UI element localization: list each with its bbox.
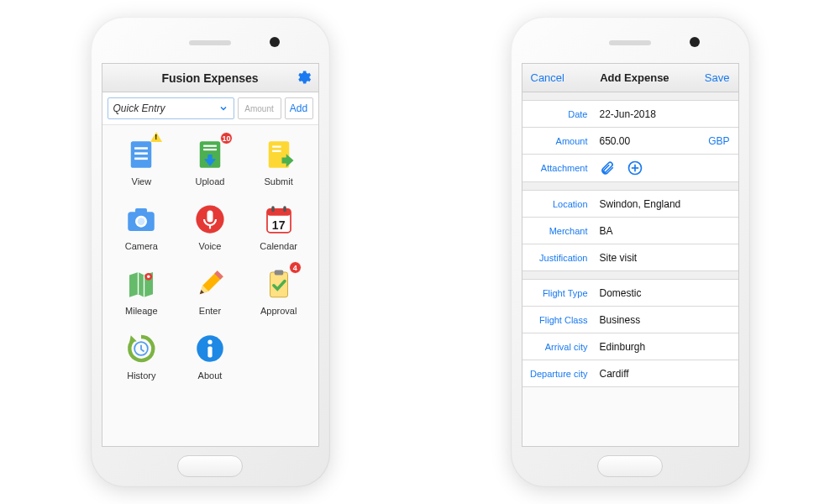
app-enter[interactable]: Enter — [176, 266, 244, 316]
label-date: Date — [522, 109, 595, 119]
label-justification: Justification — [522, 253, 595, 263]
document-icon — [123, 137, 159, 172]
phone-camera-dot — [270, 37, 280, 47]
app-about[interactable]: About — [176, 331, 244, 381]
svg-rect-9 — [272, 150, 281, 152]
phone-home: Fusion Expenses Quick Entry Amount Add — [91, 17, 330, 487]
label-flight-type: Flight Type — [522, 288, 595, 298]
app-label: Voice — [199, 241, 222, 251]
svg-rect-2 — [134, 152, 148, 155]
row-merchant[interactable]: Merchant BA — [522, 218, 738, 244]
svg-rect-6 — [203, 149, 217, 150]
label-arrival: Arrival city — [522, 342, 595, 352]
app-label: About — [198, 370, 223, 381]
app-mileage[interactable]: Mileage — [108, 266, 176, 316]
svg-rect-20 — [283, 206, 286, 212]
submit-icon — [261, 137, 297, 172]
section-gap — [522, 271, 738, 280]
count-badge: 4 — [289, 261, 302, 274]
app-view[interactable]: View — [108, 137, 176, 186]
quick-entry-label: Quick Entry — [113, 102, 165, 114]
quick-entry-select[interactable]: Quick Entry — [108, 97, 234, 119]
svg-rect-11 — [135, 208, 147, 214]
value-flight-class: Business — [595, 309, 738, 331]
svg-rect-5 — [203, 145, 217, 147]
app-calendar[interactable]: 17 Calendar — [244, 202, 313, 251]
row-amount[interactable]: Amount 650.00 GBP — [522, 128, 738, 155]
form-screen: Cancel Add Expense Save Date 22-Jun-2018… — [522, 63, 739, 447]
home-topbar: Fusion Expenses — [102, 64, 318, 92]
value-flight-type: Domestic — [595, 282, 738, 304]
app-label: Mileage — [125, 306, 158, 316]
value-amount: 650.00 — [595, 130, 709, 152]
plus-circle-icon[interactable] — [627, 160, 643, 176]
svg-rect-1 — [134, 147, 148, 150]
svg-point-13 — [138, 218, 145, 225]
home-screen: Fusion Expenses Quick Entry Amount Add — [102, 63, 319, 447]
value-location: Swindon, England — [595, 193, 738, 215]
gear-icon — [295, 69, 312, 86]
app-label: History — [127, 370, 155, 381]
row-justification[interactable]: Justification Site visit — [522, 244, 738, 271]
svg-rect-24 — [274, 270, 283, 275]
app-voice[interactable]: Voice — [176, 202, 244, 251]
app-label: View — [132, 176, 152, 186]
info-icon — [192, 331, 228, 366]
form-title: Add Expense — [600, 71, 669, 84]
pencil-icon — [192, 266, 228, 302]
row-flight-class[interactable]: Flight Class Business — [522, 307, 738, 333]
add-label: Add — [290, 102, 307, 114]
home-grid: View 10 Upload Submit Camera — [102, 125, 318, 387]
label-merchant: Merchant — [522, 226, 595, 236]
chevron-down-icon — [218, 103, 228, 113]
svg-rect-28 — [207, 346, 212, 357]
amount-input[interactable]: Amount — [238, 97, 281, 119]
map-icon — [123, 266, 159, 302]
row-attachment[interactable]: Attachment — [522, 155, 738, 182]
app-label: Enter — [199, 306, 221, 316]
row-departure[interactable]: Departure city Cardiff — [522, 360, 738, 387]
app-submit[interactable]: Submit — [244, 137, 313, 186]
svg-rect-18 — [267, 209, 291, 216]
app-upload[interactable]: 10 Upload — [176, 137, 244, 186]
label-amount: Amount — [522, 136, 595, 146]
app-history[interactable]: History — [108, 331, 176, 381]
label-location: Location — [522, 199, 595, 209]
label-attachment: Attachment — [522, 163, 595, 173]
app-camera[interactable]: Camera — [108, 202, 176, 251]
currency-button[interactable]: GBP — [708, 135, 738, 147]
svg-point-22 — [147, 276, 150, 279]
phone-home-button[interactable] — [177, 455, 243, 477]
svg-rect-3 — [134, 158, 148, 160]
app-title: Fusion Expenses — [161, 71, 258, 85]
row-arrival[interactable]: Arrival city Edinburgh — [522, 333, 738, 360]
camera-icon — [123, 202, 159, 237]
svg-rect-8 — [272, 146, 281, 148]
label-departure: Departure city — [522, 369, 595, 379]
value-justification: Site visit — [595, 247, 738, 269]
row-location[interactable]: Location Swindon, England — [522, 191, 738, 218]
paperclip-icon[interactable] — [600, 160, 615, 176]
add-button[interactable]: Add — [285, 97, 313, 119]
svg-rect-7 — [268, 141, 289, 168]
svg-point-27 — [207, 340, 212, 344]
phone-home-button[interactable] — [597, 455, 663, 477]
app-label: Submit — [265, 176, 293, 186]
settings-button[interactable] — [295, 69, 312, 88]
value-date: 22-Jun-2018 — [595, 103, 738, 125]
amount-placeholder: Amount — [244, 104, 273, 113]
microphone-icon — [192, 202, 228, 237]
section-gap — [522, 182, 738, 191]
cancel-button[interactable]: Cancel — [531, 71, 564, 84]
app-label: Upload — [196, 176, 225, 186]
value-departure: Cardiff — [595, 363, 738, 385]
row-flight-type[interactable]: Flight Type Domestic — [522, 280, 738, 307]
form-navbar: Cancel Add Expense Save — [522, 64, 738, 92]
warning-badge — [150, 132, 162, 142]
row-date[interactable]: Date 22-Jun-2018 — [522, 101, 738, 128]
app-label: Calendar — [260, 241, 297, 251]
svg-rect-15 — [207, 211, 213, 223]
history-icon — [123, 331, 159, 366]
app-approval[interactable]: 4 Approval — [244, 266, 313, 316]
save-button[interactable]: Save — [705, 71, 730, 84]
